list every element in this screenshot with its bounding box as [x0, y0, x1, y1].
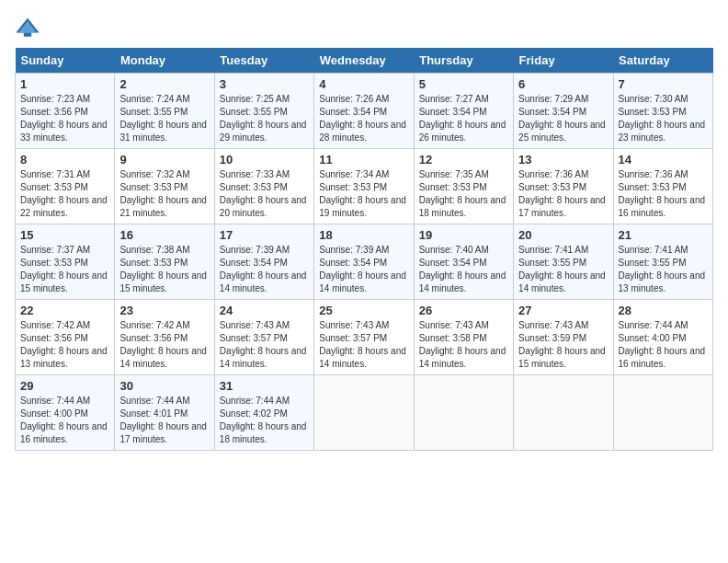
day-number: 10: [220, 153, 309, 167]
calendar-cell: 14Sunrise: 7:36 AMSunset: 3:53 PMDayligh…: [613, 149, 712, 224]
calendar-cell: 31Sunrise: 7:44 AMSunset: 4:02 PMDayligh…: [214, 375, 313, 451]
calendar-week-row-2: 8Sunrise: 7:31 AMSunset: 3:53 PMDaylight…: [16, 149, 713, 224]
calendar-cell: 9Sunrise: 7:32 AMSunset: 3:53 PMDaylight…: [115, 149, 214, 224]
day-info: Sunrise: 7:43 AMSunset: 3:57 PMDaylight:…: [220, 320, 307, 369]
day-number: 6: [518, 77, 608, 91]
calendar-cell: 22Sunrise: 7:42 AMSunset: 3:56 PMDayligh…: [16, 300, 115, 375]
calendar-cell: 12Sunrise: 7:35 AMSunset: 3:53 PMDayligh…: [414, 149, 513, 224]
day-number: 30: [119, 379, 209, 393]
calendar-cell: 1Sunrise: 7:23 AMSunset: 3:56 PMDaylight…: [16, 74, 115, 149]
day-number: 19: [419, 228, 508, 242]
day-number: 22: [20, 304, 109, 317]
day-number: 15: [20, 228, 109, 242]
day-info: Sunrise: 7:39 AMSunset: 3:54 PMDaylight:…: [319, 245, 406, 293]
day-number: 27: [518, 304, 608, 317]
day-number: 8: [20, 153, 109, 167]
calendar-table: SundayMondayTuesdayWednesdayThursdayFrid…: [15, 48, 713, 451]
logo-icon: [15, 15, 40, 40]
day-info: Sunrise: 7:36 AMSunset: 3:53 PMDaylight:…: [518, 169, 606, 218]
day-info: Sunrise: 7:40 AMSunset: 3:54 PMDaylight:…: [419, 245, 506, 293]
day-number: 4: [319, 77, 408, 91]
calendar-cell: 7Sunrise: 7:30 AMSunset: 3:53 PMDaylight…: [613, 74, 712, 149]
day-info: Sunrise: 7:32 AMSunset: 3:53 PMDaylight:…: [119, 169, 207, 218]
calendar-cell: 24Sunrise: 7:43 AMSunset: 3:57 PMDayligh…: [214, 300, 313, 375]
calendar-cell: 21Sunrise: 7:41 AMSunset: 3:55 PMDayligh…: [613, 224, 712, 300]
day-info: Sunrise: 7:24 AMSunset: 3:55 PMDaylight:…: [119, 94, 207, 143]
day-number: 7: [619, 77, 708, 91]
calendar-cell: 13Sunrise: 7:36 AMSunset: 3:53 PMDayligh…: [514, 149, 613, 224]
calendar-cell: 2Sunrise: 7:24 AMSunset: 3:55 PMDaylight…: [115, 74, 214, 149]
calendar-week-row-4: 22Sunrise: 7:42 AMSunset: 3:56 PMDayligh…: [16, 300, 713, 375]
calendar-cell: 5Sunrise: 7:27 AMSunset: 3:54 PMDaylight…: [414, 74, 513, 149]
day-number: 12: [419, 153, 508, 167]
calendar-cell: 29Sunrise: 7:44 AMSunset: 4:00 PMDayligh…: [16, 375, 115, 451]
weekday-header-wednesday: Wednesday: [314, 48, 414, 74]
day-number: 1: [20, 77, 109, 91]
day-number: 3: [220, 77, 309, 91]
calendar-cell: [314, 375, 414, 451]
day-info: Sunrise: 7:44 AMSunset: 4:00 PMDaylight:…: [20, 396, 108, 444]
weekday-header-saturday: Saturday: [613, 48, 712, 74]
calendar-cell: 28Sunrise: 7:44 AMSunset: 4:00 PMDayligh…: [613, 300, 712, 375]
day-info: Sunrise: 7:44 AMSunset: 4:01 PMDaylight:…: [119, 396, 207, 444]
day-number: 11: [319, 153, 408, 167]
calendar-cell: 6Sunrise: 7:29 AMSunset: 3:54 PMDaylight…: [514, 74, 613, 149]
calendar-cell: 17Sunrise: 7:39 AMSunset: 3:54 PMDayligh…: [214, 224, 313, 300]
calendar-cell: 15Sunrise: 7:37 AMSunset: 3:53 PMDayligh…: [16, 224, 115, 300]
day-info: Sunrise: 7:33 AMSunset: 3:53 PMDaylight:…: [220, 169, 307, 218]
calendar-cell: 23Sunrise: 7:42 AMSunset: 3:56 PMDayligh…: [115, 300, 214, 375]
weekday-header-friday: Friday: [514, 48, 613, 74]
day-info: Sunrise: 7:23 AMSunset: 3:56 PMDaylight:…: [20, 94, 108, 143]
calendar-week-row-3: 15Sunrise: 7:37 AMSunset: 3:53 PMDayligh…: [16, 224, 713, 300]
day-number: 31: [220, 379, 309, 393]
day-number: 20: [518, 228, 608, 242]
calendar-cell: 25Sunrise: 7:43 AMSunset: 3:57 PMDayligh…: [314, 300, 414, 375]
day-number: 24: [220, 304, 309, 317]
day-info: Sunrise: 7:29 AMSunset: 3:54 PMDaylight:…: [518, 94, 606, 143]
day-info: Sunrise: 7:41 AMSunset: 3:55 PMDaylight:…: [518, 245, 606, 293]
calendar-cell: 16Sunrise: 7:38 AMSunset: 3:53 PMDayligh…: [115, 224, 214, 300]
calendar-week-row-1: 1Sunrise: 7:23 AMSunset: 3:56 PMDaylight…: [16, 74, 713, 149]
day-number: 13: [518, 153, 608, 167]
day-info: Sunrise: 7:31 AMSunset: 3:53 PMDaylight:…: [20, 169, 108, 218]
day-info: Sunrise: 7:44 AMSunset: 4:00 PMDaylight:…: [619, 320, 706, 369]
day-number: 17: [220, 228, 309, 242]
svg-rect-3: [24, 33, 31, 37]
day-info: Sunrise: 7:43 AMSunset: 3:59 PMDaylight:…: [518, 320, 606, 369]
calendar-cell: 26Sunrise: 7:43 AMSunset: 3:58 PMDayligh…: [414, 300, 513, 375]
day-number: 26: [419, 304, 508, 317]
day-info: Sunrise: 7:42 AMSunset: 3:56 PMDaylight:…: [119, 320, 207, 369]
weekday-header-sunday: Sunday: [16, 48, 115, 74]
calendar-cell: 30Sunrise: 7:44 AMSunset: 4:01 PMDayligh…: [115, 375, 214, 451]
calendar-cell: 10Sunrise: 7:33 AMSunset: 3:53 PMDayligh…: [214, 149, 313, 224]
day-number: 23: [119, 304, 209, 317]
day-info: Sunrise: 7:42 AMSunset: 3:56 PMDaylight:…: [20, 320, 108, 369]
day-info: Sunrise: 7:43 AMSunset: 3:58 PMDaylight:…: [419, 320, 506, 369]
calendar-cell: 20Sunrise: 7:41 AMSunset: 3:55 PMDayligh…: [514, 224, 613, 300]
calendar-cell: 19Sunrise: 7:40 AMSunset: 3:54 PMDayligh…: [414, 224, 513, 300]
day-number: 14: [619, 153, 708, 167]
day-info: Sunrise: 7:36 AMSunset: 3:53 PMDaylight:…: [619, 169, 706, 218]
calendar-cell: 27Sunrise: 7:43 AMSunset: 3:59 PMDayligh…: [514, 300, 613, 375]
day-number: 21: [619, 228, 708, 242]
calendar-cell: 18Sunrise: 7:39 AMSunset: 3:54 PMDayligh…: [314, 224, 414, 300]
day-info: Sunrise: 7:34 AMSunset: 3:53 PMDaylight:…: [319, 169, 406, 218]
day-info: Sunrise: 7:30 AMSunset: 3:53 PMDaylight:…: [619, 94, 706, 143]
calendar-cell: 3Sunrise: 7:25 AMSunset: 3:55 PMDaylight…: [214, 74, 313, 149]
weekday-header-thursday: Thursday: [414, 48, 513, 74]
day-info: Sunrise: 7:27 AMSunset: 3:54 PMDaylight:…: [419, 94, 506, 143]
day-info: Sunrise: 7:26 AMSunset: 3:54 PMDaylight:…: [319, 94, 406, 143]
day-info: Sunrise: 7:39 AMSunset: 3:54 PMDaylight:…: [220, 245, 307, 293]
day-number: 18: [319, 228, 408, 242]
calendar-cell: [613, 375, 712, 451]
calendar-cell: 4Sunrise: 7:26 AMSunset: 3:54 PMDaylight…: [314, 74, 414, 149]
day-info: Sunrise: 7:37 AMSunset: 3:53 PMDaylight:…: [20, 245, 108, 293]
calendar-week-row-5: 29Sunrise: 7:44 AMSunset: 4:00 PMDayligh…: [16, 375, 713, 451]
day-info: Sunrise: 7:25 AMSunset: 3:55 PMDaylight:…: [220, 94, 307, 143]
day-info: Sunrise: 7:38 AMSunset: 3:53 PMDaylight:…: [119, 245, 207, 293]
weekday-header-tuesday: Tuesday: [214, 48, 313, 74]
day-number: 5: [419, 77, 508, 91]
day-info: Sunrise: 7:35 AMSunset: 3:53 PMDaylight:…: [419, 169, 506, 218]
calendar-cell: [414, 375, 513, 451]
day-number: 2: [119, 77, 209, 91]
